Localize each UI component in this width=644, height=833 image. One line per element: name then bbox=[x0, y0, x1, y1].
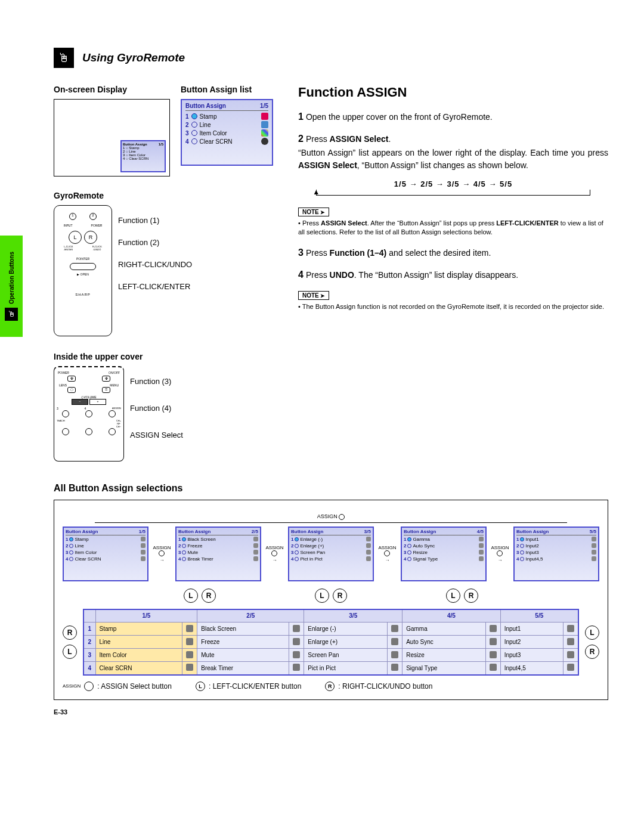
label-f4: Function (4) bbox=[130, 404, 183, 413]
r-button: R bbox=[464, 589, 478, 603]
left-column: On-screen Display Button Assign1/5 1 ○ S… bbox=[54, 85, 280, 462]
gyro-heading: GyroRemote bbox=[54, 191, 280, 200]
assign-arrow: ASSIGN→ bbox=[490, 545, 510, 563]
note-2-body: The Button Assign function is not record… bbox=[298, 302, 608, 311]
ba-row: 4Clear SCRN bbox=[185, 137, 268, 145]
table-row: 4Clear SCRNBreak TimerPict in PictSignal… bbox=[83, 662, 578, 675]
label-f1: Function (1) bbox=[118, 216, 192, 225]
label-f3: Function (3) bbox=[130, 377, 183, 386]
step-1: 1Open the upper cover on the front of Gy… bbox=[298, 110, 608, 123]
selections-table: 1/5 2/5 3/5 4/5 5/5 1StampBlack ScreenEn… bbox=[83, 609, 579, 676]
mini-assign-list: Button Assign1/51Stamp2Line3Item Color4C… bbox=[63, 527, 148, 581]
step-2: 2Press ASSIGN Select. “Button Assign” li… bbox=[298, 132, 608, 171]
radio-icon bbox=[191, 138, 197, 144]
button-assign-list: Button Assign1/5 1Stamp 2Line 3Item Colo… bbox=[181, 99, 273, 166]
osd-heading: On-screen Display bbox=[54, 85, 170, 94]
ba-row: 1Stamp bbox=[185, 112, 268, 120]
step-3: 3Press Function (1–4) and select the des… bbox=[298, 246, 608, 259]
assign-top-label: ASSIGN bbox=[63, 513, 599, 520]
ba-row: 3Item Color bbox=[185, 129, 268, 137]
table-row: 1StampBlack ScreenEnlarge (-)GammaInput1 bbox=[83, 623, 578, 636]
ba-page: 1/5 bbox=[260, 103, 268, 109]
page-header: 🖱 Using GyroRemote bbox=[54, 48, 608, 68]
note-1-body: Press ASSIGN Select. After the “Button A… bbox=[298, 219, 608, 237]
mini-assign-list: Button Assign2/51Black Screen2Freeze3Mut… bbox=[175, 527, 261, 581]
stamp-icon bbox=[261, 113, 268, 120]
table-row: 3Item ColorMuteScreen PanResizeInput3 bbox=[83, 649, 578, 662]
page-sequence: 1/5 → 2/5 → 3/5 → 4/5 → 5/5 ▴ bbox=[298, 179, 608, 196]
radio-icon bbox=[191, 113, 197, 119]
r-button: R bbox=[333, 589, 347, 603]
radio-icon bbox=[191, 122, 197, 128]
mini-assign-list: Button Assign4/51Gamma2Auto Sync3Resize4… bbox=[401, 527, 487, 581]
mini-assign-list: Button Assign3/51Enlarge (-)2Enlarge (+)… bbox=[288, 527, 374, 581]
osd-mini-list: Button Assign1/5 1 ○ Stamp2 ○ Line3 ○ It… bbox=[120, 140, 166, 172]
step-4: 4Press UNDO. The “Button Assign” list di… bbox=[298, 268, 608, 281]
label-left-click: LEFT-CLICK/ENTER bbox=[118, 282, 192, 291]
remote-header-icon: 🖱 bbox=[54, 48, 74, 68]
legend: ASSIGN: ASSIGN Select button L: LEFT-CLI… bbox=[63, 682, 599, 691]
all-selections-section: All Button Assign selections ASSIGN Butt… bbox=[54, 483, 608, 700]
assign-arrow: ASSIGN→ bbox=[152, 545, 172, 563]
cover-heading: Inside the upper cover bbox=[54, 352, 280, 361]
r-button: R bbox=[585, 645, 599, 659]
l-icon: L bbox=[196, 682, 205, 691]
ba-row: 2Line bbox=[185, 120, 268, 129]
label-assign-select: ASSIGN Select bbox=[130, 431, 183, 439]
line-icon bbox=[261, 121, 268, 128]
cover-labels: Function (3) Function (4) ASSIGN Select bbox=[130, 366, 183, 462]
l-button: L bbox=[63, 645, 77, 659]
label-right-click: RIGHT-CLICK/UNDO bbox=[118, 260, 192, 269]
gyroremote-diagram: 1 2 INPUTPOWER L R L-CLICK/ENTERR-CLICK/… bbox=[54, 205, 112, 336]
gyro-labels: Function (1) Function (2) RIGHT-CLICK/UN… bbox=[118, 205, 192, 336]
ba-list-heading: Button Assign list bbox=[181, 85, 273, 94]
label-f2: Function (2) bbox=[118, 238, 192, 247]
assign-arrow: ASSIGN→ bbox=[265, 545, 284, 563]
right-column: Function ASSIGN 1Open the upper cover on… bbox=[298, 85, 608, 462]
assign-icon bbox=[84, 682, 94, 691]
l-button: L bbox=[585, 625, 599, 640]
mini-assign-list: Button Assign5/51Input12Input23Input34In… bbox=[513, 527, 599, 581]
assign-arrow: ASSIGN→ bbox=[377, 545, 397, 563]
table-row: 2LineFreezeEnlarge (+)Auto SyncInput2 bbox=[83, 636, 578, 649]
l-button: L bbox=[184, 589, 198, 603]
l-button: L bbox=[315, 589, 329, 603]
lr-buttons-row: LR LR LR bbox=[63, 589, 599, 603]
upper-cover-diagram: POWERON/OFF ⏻ ⏻ LENSMENU ▢ ☰ ⟨⟩VOLUME bbox=[54, 366, 124, 462]
r-button: R bbox=[202, 589, 216, 603]
r-button: R bbox=[63, 625, 77, 640]
radio-icon bbox=[191, 130, 197, 136]
r-icon: R bbox=[325, 682, 335, 691]
page-title: Using GyroRemote bbox=[82, 51, 185, 64]
note-tag: NOTE bbox=[298, 291, 329, 300]
ba-title: Button Assign bbox=[185, 103, 226, 109]
flow-diagram: ASSIGN Button Assign1/51Stamp2Line3Item … bbox=[54, 500, 608, 700]
all-selections-heading: All Button Assign selections bbox=[54, 483, 608, 494]
step-2-body: “Button Assign” list appears on the lowe… bbox=[298, 147, 608, 171]
page-number: E-33 bbox=[54, 708, 608, 716]
l-button: L bbox=[446, 589, 460, 603]
clear-icon bbox=[261, 138, 268, 145]
loop-arrow bbox=[95, 522, 567, 523]
color-icon bbox=[261, 129, 268, 137]
note-tag: NOTE bbox=[298, 208, 329, 216]
osd-box: Button Assign1/5 1 ○ Stamp2 ○ Line3 ○ It… bbox=[54, 99, 170, 176]
function-assign-title: Function ASSIGN bbox=[298, 85, 608, 100]
